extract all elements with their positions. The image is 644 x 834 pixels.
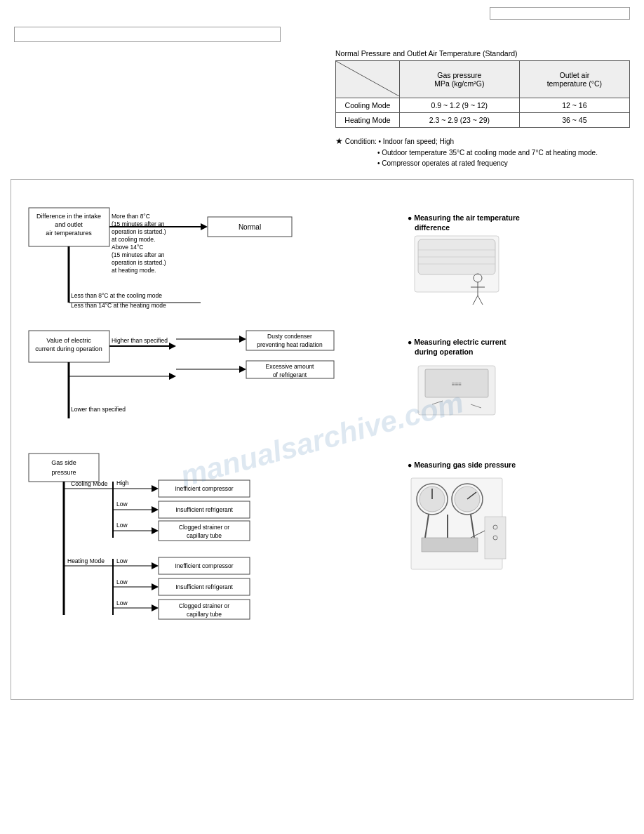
- table-container: Normal Pressure and Outlet Air Temperatu…: [335, 49, 630, 128]
- svg-text:● Measuring the air temperatur: ● Measuring the air temperature: [408, 213, 520, 222]
- svg-marker-38: [169, 343, 176, 350]
- svg-text:Insufficient refrigerant: Insufficient refrigerant: [175, 506, 233, 513]
- svg-marker-73: [152, 506, 159, 513]
- svg-rect-113: [422, 538, 478, 552]
- svg-marker-41: [239, 336, 246, 343]
- bullet2: • Outdoor temperature 35°C at cooling mo…: [377, 149, 598, 157]
- svg-text:Insufficient refrigerant: Insufficient refrigerant: [175, 583, 233, 590]
- top-right-input[interactable]: [490, 7, 630, 20]
- svg-text:during operation: during operation: [415, 348, 473, 356]
- main-diagram: manualsarchive.com Difference in the int…: [11, 179, 633, 700]
- cooling-mode-label: Cooling Mode: [336, 98, 400, 113]
- svg-marker-6: [201, 223, 208, 230]
- svg-text:pressure: pressure: [51, 469, 76, 476]
- svg-text:at heating mode.: at heating mode.: [112, 267, 156, 274]
- svg-text:Normal: Normal: [239, 223, 261, 231]
- svg-text:Lower than specified: Lower than specified: [71, 406, 126, 413]
- svg-text:More than 8°C: More than 8°C: [112, 213, 150, 220]
- bullet1: • Indoor fan speed; High: [379, 138, 454, 145]
- svg-text:Inefficient compressor: Inefficient compressor: [175, 485, 234, 492]
- svg-text:Above 14°C: Above 14°C: [112, 244, 143, 251]
- heating-mode-pressure: 2.3 ~ 2.9 (23 ~ 29): [400, 113, 520, 128]
- table-section: Normal Pressure and Outlet Air Temperatu…: [0, 49, 644, 128]
- svg-text:Inefficient compressor: Inefficient compressor: [175, 562, 234, 569]
- svg-marker-68: [152, 485, 159, 492]
- svg-rect-60: [29, 454, 99, 482]
- top-bar: [0, 0, 644, 23]
- svg-text:Low: Low: [116, 522, 128, 529]
- cooling-mode-pressure: 0.9 ~ 1.2 (9 ~ 12): [400, 98, 520, 113]
- svg-text:Difference in the intake: Difference in the intake: [36, 213, 101, 220]
- svg-marker-48: [239, 366, 246, 373]
- svg-text:Heating Mode: Heating Mode: [67, 557, 105, 564]
- svg-text:Clogged strainer or: Clogged strainer or: [179, 602, 229, 609]
- svg-text:operation is started.): operation is started.): [112, 259, 166, 266]
- svg-text:preventing heat radiation: preventing heat radiation: [257, 341, 323, 348]
- svg-line-32: [478, 296, 483, 305]
- col2-header: Gas pressureMPa (kg/cm²G): [400, 61, 520, 98]
- svg-text:Value of electric: Value of electric: [46, 337, 91, 344]
- svg-text:and outlet: and outlet: [55, 221, 83, 228]
- svg-marker-92: [152, 583, 159, 590]
- col3-header: Outlet airtemperature (°C): [519, 61, 629, 98]
- bullet3: • Compressor operates at rated frequency: [377, 159, 508, 167]
- svg-text:Dusty condenser: Dusty condenser: [267, 333, 312, 340]
- svg-text:High: High: [116, 479, 129, 486]
- svg-text:● Measuring electric current: ● Measuring electric current: [408, 338, 507, 346]
- diag-cell: [336, 61, 400, 98]
- svg-text:Low: Low: [116, 501, 128, 508]
- page-header: [0, 23, 644, 42]
- svg-text:current during operation: current during operation: [35, 345, 102, 352]
- svg-text:Low: Low: [116, 557, 128, 564]
- condition-notes: ★ Condition: • Indoor fan speed; High • …: [0, 135, 644, 168]
- svg-text:(15 minutes after an: (15 minutes after an: [112, 251, 165, 258]
- cooling-mode-temp: 12 ~ 16: [519, 98, 629, 113]
- svg-text:capillary tube: capillary tube: [187, 611, 222, 618]
- svg-marker-87: [152, 562, 159, 569]
- svg-text:capillary tube: capillary tube: [187, 532, 222, 539]
- svg-text:Less than 8°C at the cooling m: Less than 8°C at the cooling mode: [71, 292, 162, 299]
- svg-marker-46: [169, 373, 176, 380]
- heating-mode-label: Heating Mode: [336, 113, 400, 128]
- pressure-table: Gas pressureMPa (kg/cm²G) Outlet airtemp…: [335, 60, 630, 128]
- svg-line-0: [336, 61, 399, 96]
- svg-text:Excessive amount: Excessive amount: [266, 363, 315, 370]
- svg-text:≡≡≡: ≡≡≡: [452, 381, 462, 388]
- table-title: Normal Pressure and Outlet Air Temperatu…: [335, 49, 630, 58]
- svg-text:at cooling mode.: at cooling mode.: [112, 236, 155, 243]
- svg-text:(15 minutes after an: (15 minutes after an: [112, 220, 165, 227]
- svg-text:air temperatures: air temperatures: [46, 230, 92, 237]
- diagram-svg: Difference in the intake and outlet air …: [22, 194, 625, 685]
- svg-text:Gas side: Gas side: [51, 459, 76, 466]
- svg-text:Less than 14°C at the heating : Less than 14°C at the heating mode: [71, 302, 166, 309]
- svg-text:Low: Low: [116, 578, 128, 585]
- star-icon: ★: [335, 136, 343, 146]
- condition-text: ★ Condition: • Indoor fan speed; High • …: [335, 135, 630, 168]
- svg-text:● Measuring gas side pressure: ● Measuring gas side pressure: [408, 461, 516, 469]
- svg-text:Higher than specified: Higher than specified: [112, 337, 168, 344]
- svg-line-31: [473, 296, 478, 305]
- svg-marker-78: [152, 527, 159, 534]
- header-box: [14, 27, 281, 42]
- heating-mode-temp: 36 ~ 45: [519, 113, 629, 128]
- svg-text:of refrigerant: of refrigerant: [273, 371, 307, 378]
- svg-text:operation is started.): operation is started.): [112, 228, 166, 235]
- condition-label: Condition:: [345, 138, 379, 145]
- svg-marker-97: [152, 604, 159, 611]
- svg-rect-114: [485, 517, 506, 559]
- svg-text:difference: difference: [415, 223, 450, 232]
- svg-text:Low: Low: [116, 600, 128, 607]
- svg-text:Cooling Mode: Cooling Mode: [71, 480, 108, 487]
- svg-text:Clogged strainer or: Clogged strainer or: [179, 524, 229, 531]
